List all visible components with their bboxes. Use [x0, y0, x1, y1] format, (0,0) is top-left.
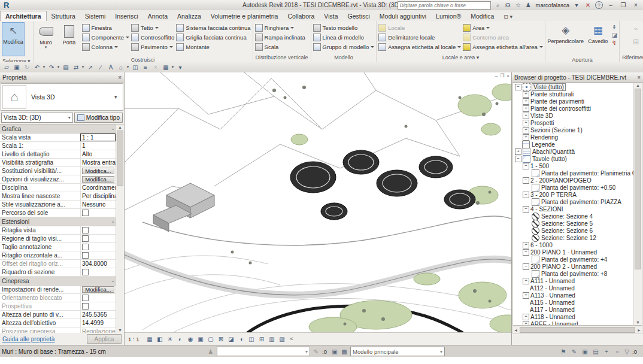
tree-expander-icon[interactable]: +	[515, 148, 521, 155]
properties-scrollbar[interactable]: ▲ ▼	[116, 125, 124, 333]
ribbon-button[interactable]: Componente	[82, 33, 129, 41]
ribbon-tab[interactable]: Volumetrie e planimetria	[206, 11, 283, 21]
checkbox[interactable]	[82, 269, 89, 275]
ribbon-tab[interactable]: Annota	[143, 11, 172, 21]
ribbon-button[interactable]: Colonna	[82, 43, 129, 51]
tree-item[interactable]: + Piante strutturali	[513, 90, 634, 98]
lock-3d-view-icon[interactable]: ⊠	[217, 335, 226, 344]
tree-item[interactable]: − 200 PIANO 2 - Unnamed	[513, 263, 634, 270]
tree-item[interactable]: + 6 - 1000	[513, 241, 634, 248]
close-icon[interactable]: ×	[637, 74, 641, 81]
tree-item[interactable]: + Viste 3D	[513, 112, 634, 119]
dropdown-icon[interactable]	[169, 46, 173, 50]
modify-button[interactable]: Modifica...	[82, 176, 114, 183]
shadows-icon[interactable]: ◐	[176, 335, 185, 344]
tree-item[interactable]: Pianta del pavimento: +4	[513, 256, 634, 263]
favorites-star-icon[interactable]: ☆	[514, 2, 523, 9]
temporary-hide-isolate-icon[interactable]: ◪	[227, 335, 236, 344]
dropdown-icon[interactable]: ▾	[171, 65, 175, 69]
ribbon-display-toggle-icon[interactable]: ⊡ ▾	[501, 13, 515, 21]
wall-opening-icon[interactable]: ⇞	[612, 24, 617, 31]
section-grafica[interactable]: Grafica▪	[0, 125, 116, 134]
ribbon-tab[interactable]: Collabora	[283, 11, 319, 21]
tree-item[interactable]: + A113 - Unnamed	[513, 292, 634, 299]
temporary-view-properties-icon[interactable]: ◫	[247, 335, 256, 344]
property-value[interactable]: Nessuno	[80, 201, 116, 208]
property-value[interactable]: 304.8000	[80, 260, 116, 268]
collapse-pin-icon[interactable]: ▪	[113, 127, 114, 131]
view-scale[interactable]: 1 : 1	[128, 336, 139, 342]
detail-level-icon[interactable]: ▦	[145, 335, 154, 344]
apply-button[interactable]: Applica	[87, 334, 122, 344]
panel-label-locale-area[interactable]: Locale e area ▾	[377, 54, 545, 62]
collapse-pin-icon[interactable]: ▪	[113, 279, 114, 283]
help-search-input[interactable]	[398, 1, 491, 10]
signed-in-user[interactable]: marcofalasca	[536, 2, 570, 8]
property-value[interactable]: 1 : 1	[80, 134, 116, 141]
dropdown-icon[interactable]: ▾	[42, 65, 46, 69]
dropdown-icon[interactable]	[486, 27, 490, 31]
tree-expander-icon[interactable]: +	[523, 314, 529, 320]
dropdown-icon[interactable]: ▾	[56, 65, 60, 69]
tree-item[interactable]: − 2 - 200PIANOIPOGEO	[513, 177, 634, 184]
ribbon-button[interactable]: Finestra	[82, 23, 129, 32]
customize-qat-icon[interactable]: ▾	[175, 63, 185, 72]
scrollbar-thumb[interactable]	[635, 89, 641, 269]
ribbon-tab[interactable]: Analizza	[172, 11, 206, 21]
tree-expander-icon[interactable]: +	[523, 127, 529, 134]
section-cinepresa[interactable]: Cinepresa▪	[0, 277, 116, 286]
editing-requests-icon[interactable]: ⚑	[559, 348, 568, 355]
help-icon[interactable]: ?	[595, 1, 603, 9]
tree-expander-icon[interactable]: +	[523, 91, 529, 98]
ribbon-button[interactable]: Griglia facciata continua	[176, 33, 250, 41]
door-button[interactable]: Porta	[59, 22, 80, 55]
tree-item[interactable]: A115 - Unnamed	[513, 299, 634, 306]
checkbox[interactable]	[82, 235, 89, 242]
3d-model-view[interactable]	[125, 72, 512, 333]
modify-button[interactable]: ↖ Modifica	[2, 22, 25, 56]
tree-item[interactable]: Pianta del pavimento: PIAZZA	[513, 198, 634, 205]
collapse-icon[interactable]: <	[290, 336, 293, 342]
user-avatar-icon[interactable]: ♟	[524, 2, 533, 9]
ribbon-tab[interactable]: Lumion®	[431, 11, 466, 21]
tree-expander-icon[interactable]: −	[523, 192, 529, 198]
tree-expander-icon[interactable]: −	[523, 177, 529, 184]
checkbox[interactable]	[82, 210, 89, 216]
active-workset-combo[interactable]: ▾	[217, 347, 310, 356]
open-icon[interactable]: ▱	[2, 63, 11, 72]
ribbon-tab[interactable]: Gestisci	[342, 11, 374, 21]
property-value[interactable]: Per disciplina	[80, 192, 119, 200]
ribbon-button[interactable]: Delimitatore locale	[378, 33, 461, 41]
tree-item[interactable]: − 4 - SEZIONI	[513, 205, 634, 213]
tree-expander-icon[interactable]: −	[523, 163, 529, 169]
scroll-up-icon[interactable]: ▲	[118, 125, 122, 129]
pan-icon[interactable]: +	[602, 348, 611, 355]
dormer-opening-icon[interactable]: ◪	[612, 32, 617, 39]
tree-item[interactable]: Pianta del pavimento: Planimetria Cop	[513, 169, 634, 177]
browser-vertical-scrollbar[interactable]: ▲ ▼	[633, 83, 642, 325]
property-value[interactable]: Modifica...	[80, 175, 116, 183]
tree-expander-icon[interactable]: −	[523, 263, 529, 270]
undo-icon[interactable]: ↶	[32, 63, 42, 72]
ribbon-tab[interactable]: Modifica	[466, 11, 499, 21]
ribbon-button[interactable]: Tetto	[131, 23, 174, 32]
tree-expander-icon[interactable]: +	[523, 242, 529, 248]
property-value[interactable]	[80, 294, 116, 302]
warning-circle-icon[interactable]: ○	[613, 348, 621, 355]
minimize-button[interactable]: ‒	[606, 2, 615, 8]
property-value[interactable]	[80, 235, 116, 242]
view-close-icon[interactable]: ×	[506, 73, 509, 78]
tree-expander-icon[interactable]: +	[523, 292, 529, 299]
scrollbar-thumb[interactable]	[117, 131, 123, 186]
tree-item[interactable]: Sezione: Sezione 4	[513, 213, 634, 220]
dropdown-icon[interactable]: ▾	[81, 65, 85, 69]
ribbon-tab[interactable]: Sistemi	[80, 11, 110, 21]
ribbon-button[interactable]: Montante	[176, 43, 250, 51]
tree-expander-icon[interactable]: +	[523, 98, 529, 105]
close-inactive-windows-icon[interactable]: ×	[151, 63, 160, 72]
show-crop-region-icon[interactable]: ▢	[207, 335, 216, 344]
dropdown-icon[interactable]	[290, 27, 294, 31]
view-restore-icon[interactable]: ❐	[500, 73, 504, 78]
properties-header[interactable]: Proprietà ×	[0, 72, 124, 83]
sign-in-icon[interactable]: ☊	[504, 2, 512, 9]
